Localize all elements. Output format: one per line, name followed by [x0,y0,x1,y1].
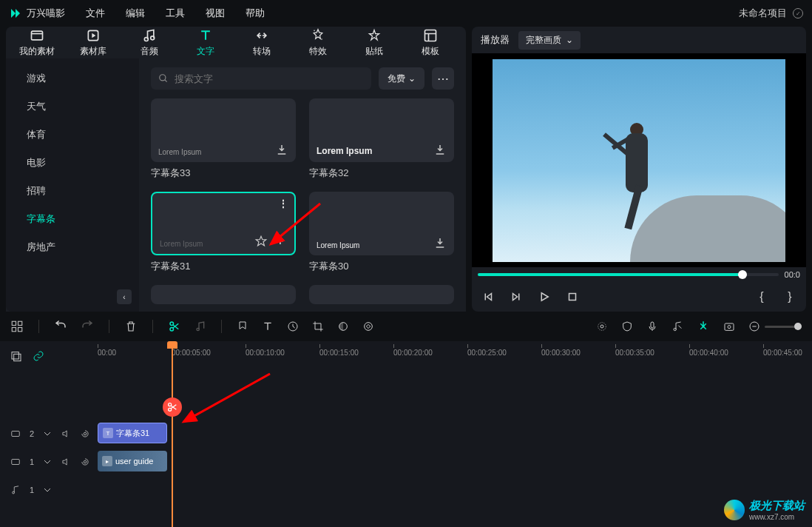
asset-card[interactable]: Lorem Ipsum 字幕条33 [151,98,296,180]
expand-icon[interactable] [43,457,52,466]
magnet-icon[interactable] [697,320,710,333]
sidebar-item-realestate[interactable]: 房地产 [6,233,139,261]
expand-icon[interactable] [43,429,52,438]
app-name: 万兴喵影 [27,7,65,20]
filter-free-button[interactable]: 免费⌄ [379,67,424,90]
stop-button[interactable] [564,288,581,306]
player-title: 播放器 [481,33,510,47]
delete-button[interactable] [124,320,138,333]
undo-button[interactable] [54,320,67,333]
favorite-icon[interactable] [254,235,268,248]
sidebar-item-sports[interactable]: 体育 [6,121,139,149]
split-button[interactable] [168,320,181,333]
watermark: 极光下载站 www.xz7.com [724,499,805,521]
svg-rect-13 [12,328,16,332]
asset-card-selected[interactable]: ⋮ Lorem Ipsum + 字幕条31 [151,192,296,273]
player-video[interactable] [472,53,806,267]
tab-effects[interactable]: 特效 [294,27,342,58]
brace-close-icon[interactable]: } [781,288,799,306]
menu-edit[interactable]: 编辑 [126,7,145,20]
asset-label: 字幕条31 [151,260,296,273]
more-options-button[interactable]: ⋯ [432,67,454,90]
card-more-icon[interactable]: ⋮ [278,198,288,209]
sidebar-item-movie[interactable]: 电影 [6,149,139,177]
asset-card[interactable] [309,285,454,304]
tab-stock[interactable]: 素材库 [70,27,117,58]
svg-point-4 [151,36,155,40]
svg-rect-12 [18,321,22,325]
svg-rect-30 [14,354,21,360]
crop-icon[interactable] [312,320,324,332]
sidebar-item-game[interactable]: 游戏 [6,64,139,93]
scissors-icon[interactable] [163,397,182,417]
link-icon[interactable] [33,350,44,362]
download-icon[interactable] [433,143,447,156]
tab-transitions[interactable]: 转场 [238,27,285,58]
text-tool-icon[interactable] [262,320,274,332]
keyframe-icon[interactable] [362,320,374,332]
redo-button[interactable] [81,320,94,333]
render-icon[interactable] [596,320,608,332]
download-icon[interactable] [275,143,288,156]
track-manage-icon[interactable] [10,350,22,362]
mic-icon[interactable] [646,320,658,332]
brace-open-icon[interactable]: { [753,288,771,306]
svg-rect-10 [569,294,576,301]
asset-label: 字幕条32 [309,167,454,180]
quality-select[interactable]: 完整画质⌄ [518,31,581,50]
screenshot-icon[interactable] [723,320,735,332]
zoom-out-icon[interactable] [748,320,760,332]
sidebar-collapse-button[interactable]: ‹ [117,289,132,304]
timeline-tracks: 2 T 字幕条31 1 ▸ [0,371,812,527]
download-icon[interactable] [433,236,447,249]
asset-card[interactable]: Lorem Ipsum 字幕条32 [309,98,454,180]
menu-tools[interactable]: 工具 [166,7,185,20]
search-box[interactable] [151,67,371,90]
category-sidebar: 游戏 天气 体育 电影 招聘 字幕条 房地产 ‹ [6,58,139,312]
svg-point-25 [703,326,705,328]
svg-rect-33 [12,460,20,465]
shield-icon[interactable] [621,320,633,332]
next-frame-button[interactable] [507,288,525,306]
timeline-ruler[interactable]: 00:00 00:00:05:00 00:00:10:00 00:00:15:0… [98,341,812,363]
music-note-icon[interactable] [194,320,206,332]
search-input[interactable] [175,73,364,84]
video-clip[interactable]: ▸ user guide [98,451,167,471]
track-t1: 1 ▸ user guide [0,448,812,476]
color-icon[interactable] [337,320,349,332]
svg-rect-26 [725,323,734,330]
speed-icon[interactable] [287,320,299,332]
play-button[interactable] [535,288,553,306]
playhead[interactable] [172,341,173,527]
marker-icon[interactable] [237,320,248,332]
mute-icon[interactable] [61,457,71,467]
text-clip-icon: T [103,428,113,438]
tab-audio[interactable]: 音频 [126,27,173,58]
svg-point-3 [144,38,148,41]
svg-point-6 [314,30,315,32]
mute-icon[interactable] [61,429,71,439]
tab-stickers[interactable]: 贴纸 [351,27,398,58]
sidebar-item-subtitle[interactable]: 字幕条 [6,205,139,233]
zoom-slider[interactable] [748,320,802,332]
sidebar-item-weather[interactable]: 天气 [6,93,139,121]
dashboard-icon[interactable] [10,320,24,333]
player-progress[interactable]: 00:0 [472,267,806,282]
prev-frame-button[interactable] [479,288,497,306]
sidebar-item-recruit[interactable]: 招聘 [6,177,139,205]
menu-help[interactable]: 帮助 [246,7,265,20]
video-track-icon [10,429,21,439]
tab-my-media[interactable]: 我的素材 [13,27,61,58]
text-clip[interactable]: T 字幕条31 [98,423,167,443]
lock-icon[interactable] [80,457,90,467]
menu-view[interactable]: 视图 [206,7,225,20]
expand-icon[interactable] [43,486,52,494]
asset-card[interactable]: Lorem Ipsum 字幕条30 [309,192,454,273]
mixer-icon[interactable] [671,320,683,332]
lock-icon[interactable] [80,429,90,439]
tab-titles[interactable]: 文字 [182,27,229,58]
add-icon[interactable]: + [274,235,287,248]
asset-card[interactable] [151,285,296,304]
menu-file[interactable]: 文件 [86,7,105,20]
tab-templates[interactable]: 模板 [407,27,454,58]
